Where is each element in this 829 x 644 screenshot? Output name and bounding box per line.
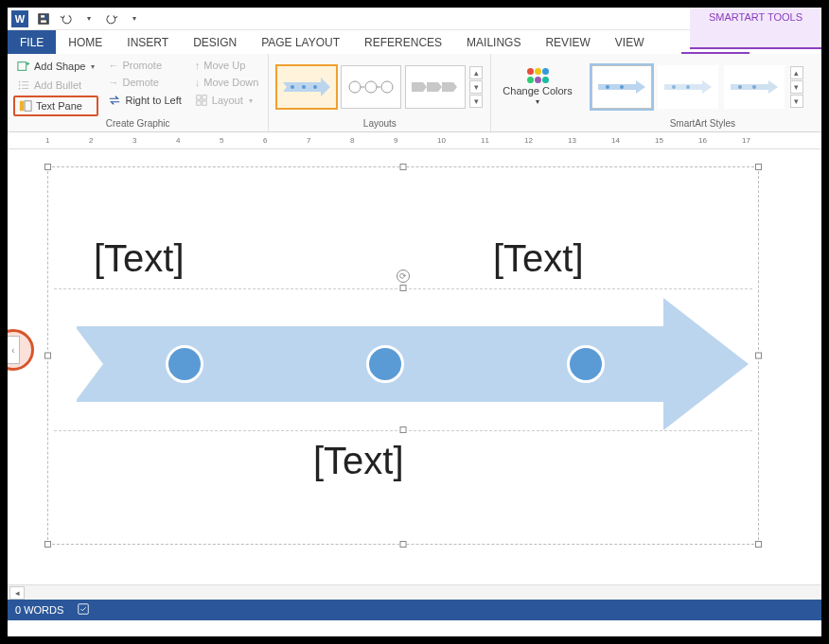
layout-circle-process[interactable]: [341, 65, 401, 109]
styles-scroll-down[interactable]: ▾: [790, 80, 803, 94]
tab-review[interactable]: REVIEW: [533, 30, 602, 54]
tab-file[interactable]: FILE: [8, 30, 56, 54]
group-change-colors: Change Colors ▾: [491, 54, 583, 131]
group-label-layouts: Layouts: [274, 116, 485, 131]
svg-point-20: [620, 85, 624, 89]
layouts-more-button[interactable]: ▾: [469, 95, 483, 108]
tab-references[interactable]: REFERENCES: [352, 30, 454, 54]
ruler-tick: 7: [307, 136, 310, 145]
svg-point-15: [313, 85, 317, 89]
qat-customize[interactable]: ▾: [124, 9, 145, 29]
word-count[interactable]: 0 WORDS: [15, 604, 63, 616]
document-canvas[interactable]: ⟳ [Text] [Text] [Text] ‹: [8, 149, 821, 584]
ruler-tick: 1: [45, 136, 49, 145]
styles-more-button[interactable]: ▾: [790, 95, 803, 108]
ruler-tick: 2: [89, 136, 93, 145]
add-shape-button[interactable]: Add Shape▾: [13, 58, 98, 75]
save-button[interactable]: [33, 9, 54, 29]
smartart-tools-contextual: SMARTART TOOLS: [690, 8, 821, 49]
styles-scroll-up[interactable]: ▴: [790, 66, 803, 79]
text-pane-expand-tab[interactable]: ‹: [8, 336, 20, 364]
smartart-text-1[interactable]: [Text]: [94, 237, 185, 280]
undo-dropdown[interactable]: ▾: [79, 9, 99, 29]
smartart-node-1[interactable]: [166, 345, 203, 383]
horizontal-scrollbar[interactable]: ◂: [8, 584, 821, 600]
ruler-tick: 5: [220, 136, 223, 145]
resize-handle-n[interactable]: [400, 164, 407, 170]
ruler-tick: 13: [568, 136, 576, 145]
demote-button: →Demote: [104, 75, 185, 90]
tab-mailings[interactable]: MAILINGS: [454, 30, 533, 54]
word-app-icon: W: [11, 10, 28, 27]
ruler-tick: 16: [698, 136, 707, 145]
svg-point-4: [19, 81, 21, 83]
smartart-node-3[interactable]: [567, 345, 605, 383]
svg-rect-8: [25, 101, 31, 112]
redo-button[interactable]: [101, 9, 122, 29]
svg-point-22: [686, 85, 690, 89]
resize-handle-nw[interactable]: [44, 164, 51, 170]
smartart-arrow-shape[interactable]: [77, 298, 767, 430]
rotate-handle[interactable]: ⟳: [397, 270, 410, 283]
smartart-node-2[interactable]: [366, 345, 404, 383]
tab-page-layout[interactable]: PAGE LAYOUT: [249, 30, 352, 54]
text-pane-button[interactable]: Text Pane: [13, 96, 98, 116]
group-create-graphic: Add Shape▾ Add Bullet Text Pane ←Promote: [8, 54, 269, 131]
inner-handle-n[interactable]: [400, 285, 407, 291]
layouts-scroll-down[interactable]: ▾: [469, 80, 483, 94]
scroll-left-button[interactable]: ◂: [9, 586, 25, 600]
smartart-text-3[interactable]: [Text]: [313, 440, 404, 482]
tab-design[interactable]: DESIGN: [181, 30, 249, 54]
svg-point-17: [365, 81, 377, 93]
ruler-tick: 6: [263, 136, 267, 145]
group-label-styles: SmartArt Styles: [590, 116, 816, 131]
svg-point-24: [752, 85, 756, 89]
svg-rect-10: [203, 96, 206, 99]
ruler-tick: 12: [524, 136, 533, 145]
svg-rect-7: [20, 101, 24, 112]
group-label-create-graphic: Create Graphic: [13, 116, 262, 131]
right-to-left-button[interactable]: Right to Left: [104, 92, 185, 109]
tab-insert[interactable]: INSERT: [115, 30, 181, 54]
ruler-tick: 15: [655, 136, 663, 145]
group-smartart-styles: ▴ ▾ ▾ SmartArt Styles: [584, 54, 821, 131]
tab-home[interactable]: HOME: [56, 30, 115, 54]
svg-rect-9: [197, 96, 201, 99]
ribbon: Add Shape▾ Add Bullet Text Pane ←Promote: [8, 54, 821, 132]
svg-point-18: [381, 81, 393, 93]
status-bar: 0 WORDS: [8, 600, 821, 620]
spellcheck-icon[interactable]: [77, 602, 90, 618]
promote-button: ←Promote: [104, 58, 185, 73]
svg-rect-1: [41, 14, 45, 18]
resize-handle-se[interactable]: [755, 541, 762, 548]
text-pane-toggle-highlight: ‹: [8, 329, 34, 371]
layout-chevron-process[interactable]: [405, 65, 466, 109]
horizontal-ruler: 1234567891011121314151617: [8, 132, 821, 149]
svg-point-5: [19, 84, 21, 86]
style-white-outline[interactable]: [658, 65, 718, 109]
tab-view[interactable]: VIEW: [603, 30, 657, 54]
undo-button[interactable]: [56, 9, 77, 29]
svg-point-19: [606, 85, 609, 89]
resize-handle-s[interactable]: [400, 541, 407, 548]
svg-point-13: [291, 85, 294, 89]
svg-rect-25: [79, 604, 89, 615]
change-colors-button[interactable]: Change Colors ▾: [497, 66, 577, 107]
move-down-button: ↓Move Down: [191, 75, 263, 90]
resize-handle-sw[interactable]: [44, 541, 51, 548]
move-up-button: ↑Move Up: [191, 58, 263, 73]
svg-rect-2: [41, 19, 47, 23]
layouts-scroll-up[interactable]: ▴: [469, 66, 483, 79]
smartart-container[interactable]: ⟳ [Text] [Text] [Text]: [47, 166, 759, 545]
ruler-tick: 14: [611, 136, 620, 145]
style-subtle-effect[interactable]: [724, 65, 785, 109]
ruler-tick: 9: [394, 136, 397, 145]
resize-handle-ne[interactable]: [755, 164, 762, 170]
resize-handle-w[interactable]: [44, 353, 51, 359]
ruler-tick: 8: [350, 136, 354, 145]
style-simple-fill[interactable]: [591, 65, 652, 109]
svg-point-23: [738, 85, 742, 89]
smartart-text-2[interactable]: [Text]: [493, 237, 584, 280]
layout-basic-process[interactable]: [276, 65, 337, 109]
svg-rect-12: [203, 101, 206, 105]
